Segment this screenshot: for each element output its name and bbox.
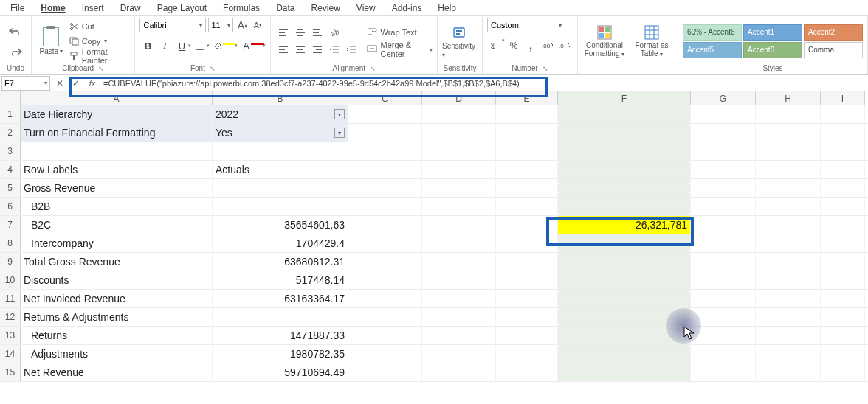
cell[interactable]: Returns	[21, 327, 213, 344]
cell[interactable]: B2C	[21, 216, 213, 234]
cell[interactable]	[558, 161, 691, 178]
row-header[interactable]: 8	[0, 234, 21, 252]
cell[interactable]	[348, 105, 422, 123]
cell[interactable]	[821, 161, 865, 178]
cell[interactable]	[756, 124, 821, 142]
cell[interactable]	[756, 161, 821, 178]
menu-formulas[interactable]: Formulas	[216, 1, 267, 15]
cell[interactable]	[756, 216, 821, 234]
cell[interactable]	[821, 216, 865, 234]
wrap-text-button[interactable]: Wrap Text	[367, 25, 433, 40]
col-header-h[interactable]: H	[756, 91, 821, 105]
cell[interactable]	[496, 327, 558, 344]
align-middle-button[interactable]	[292, 25, 309, 40]
cell[interactable]	[756, 179, 821, 197]
col-header-b[interactable]: B	[213, 91, 348, 105]
cell[interactable]	[558, 290, 691, 307]
row-header[interactable]: 15	[0, 363, 21, 381]
cell[interactable]	[558, 124, 691, 142]
cell[interactable]	[756, 234, 821, 252]
clipboard-dialog-launcher[interactable]: ⤡	[98, 64, 104, 74]
format-as-table-button[interactable]: Format as Table ▾	[630, 24, 674, 58]
cell[interactable]: 35654601.63	[213, 216, 348, 234]
cell[interactable]	[691, 161, 756, 178]
cell[interactable]	[422, 363, 496, 381]
borders-button[interactable]	[192, 38, 208, 54]
cell[interactable]	[213, 308, 348, 326]
col-header-c[interactable]: C	[348, 91, 422, 105]
increase-indent-button[interactable]	[343, 42, 359, 57]
cell[interactable]: Date Hierarchy	[21, 105, 213, 123]
menu-view[interactable]: View	[349, 1, 383, 15]
cell[interactable]	[348, 161, 422, 178]
cell[interactable]	[422, 308, 496, 326]
cell[interactable]: 1471887.33	[213, 327, 348, 344]
paste-button[interactable]: Paste▾	[36, 27, 66, 55]
cell[interactable]	[821, 308, 865, 326]
cell[interactable]	[496, 179, 558, 197]
fill-color-button[interactable]	[210, 38, 225, 54]
italic-button[interactable]: I	[156, 38, 173, 54]
row-header[interactable]: 9	[0, 253, 21, 271]
accounting-dropdown[interactable]: ▾	[502, 38, 505, 54]
cell[interactable]	[348, 216, 422, 234]
cell[interactable]	[558, 105, 691, 123]
row-header[interactable]: 4	[0, 161, 21, 178]
number-dialog-launcher[interactable]: ⤡	[542, 64, 548, 74]
cell[interactable]	[821, 253, 865, 271]
cell[interactable]: Adjustments	[21, 345, 213, 363]
row-header[interactable]: 2	[0, 124, 21, 142]
cell[interactable]	[422, 105, 496, 123]
cell[interactable]	[422, 345, 496, 363]
cell[interactable]	[213, 198, 348, 215]
underline-dropdown[interactable]: ▾	[188, 43, 191, 49]
align-right-button[interactable]	[309, 42, 326, 57]
cell[interactable]	[496, 345, 558, 363]
cell[interactable]	[691, 271, 756, 289]
cell[interactable]: B2B	[21, 198, 213, 215]
cell[interactable]	[558, 234, 691, 252]
cancel-formula-button[interactable]: ✕	[52, 76, 68, 91]
cell[interactable]	[558, 253, 691, 271]
row-header[interactable]: 14	[0, 345, 21, 363]
accounting-format-button[interactable]: $	[487, 38, 503, 54]
name-box[interactable]: F7▾	[1, 76, 50, 91]
menu-help[interactable]: Help	[430, 1, 464, 15]
underline-button[interactable]: U	[173, 38, 190, 54]
cell[interactable]	[422, 216, 496, 234]
col-header-e[interactable]: E	[496, 91, 558, 105]
increase-decimal-button[interactable]: .00	[540, 38, 556, 54]
bold-button[interactable]: B	[140, 38, 156, 54]
cell[interactable]	[756, 290, 821, 307]
cell[interactable]	[422, 253, 496, 271]
fill-color-dropdown[interactable]: ▾	[235, 43, 238, 49]
cell[interactable]	[821, 142, 865, 160]
menu-review[interactable]: Review	[303, 1, 347, 15]
cell[interactable]	[756, 345, 821, 363]
style-accent1[interactable]: Accent1	[743, 24, 802, 41]
cell[interactable]	[691, 179, 756, 197]
cell[interactable]	[691, 198, 756, 215]
col-header-f[interactable]: F	[558, 91, 691, 105]
cell[interactable]	[558, 345, 691, 363]
cell[interactable]	[422, 290, 496, 307]
percent-format-button[interactable]: %	[506, 38, 522, 54]
cell[interactable]	[558, 142, 691, 160]
number-format-select[interactable]: Custom▾	[487, 18, 565, 32]
cell[interactable]: Row Labels	[21, 161, 213, 178]
cell[interactable]	[496, 253, 558, 271]
cell[interactable]	[348, 345, 422, 363]
cell[interactable]	[691, 142, 756, 160]
cell[interactable]	[348, 271, 422, 289]
cell[interactable]	[422, 179, 496, 197]
formula-bar[interactable]: =CUBEVALUE("pbiazure://api.powerbi.com 3…	[100, 76, 868, 91]
cell[interactable]	[756, 142, 821, 160]
cell[interactable]	[348, 308, 422, 326]
cell[interactable]	[496, 198, 558, 215]
cell[interactable]: 1704429.4	[213, 234, 348, 252]
cell[interactable]	[213, 142, 348, 160]
alignment-dialog-launcher[interactable]: ⤡	[370, 64, 376, 74]
menu-page-layout[interactable]: Page Layout	[150, 1, 214, 15]
cell[interactable]	[821, 363, 865, 381]
font-color-dropdown[interactable]: ▾	[263, 43, 266, 49]
